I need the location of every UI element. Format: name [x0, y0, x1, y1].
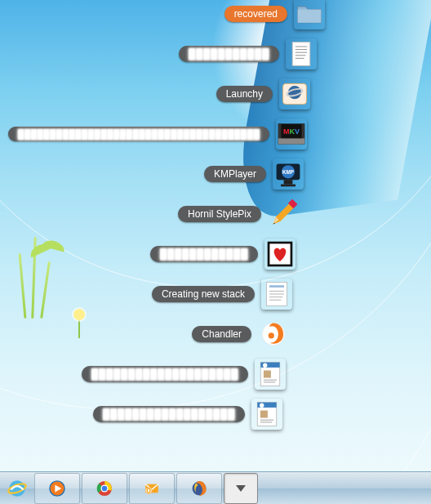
taskbar-wmp-button[interactable] [34, 473, 80, 504]
stack-item-label: recovered [224, 6, 287, 22]
stack-item[interactable]: ████████████████████ [82, 359, 286, 390]
stack-item-label: Chandler [192, 326, 251, 342]
decor-stem [78, 320, 80, 338]
stack-item-label: ████████████ [150, 246, 258, 262]
chrome-icon [94, 478, 115, 499]
stack-item[interactable]: ██████████████████████████████████████MK… [8, 118, 307, 149]
launchy-icon [279, 78, 310, 109]
svg-rect-1 [292, 42, 310, 66]
stack-item-label: Creating new stack [152, 286, 255, 302]
bluedoc-icon [251, 399, 282, 430]
svg-point-36 [263, 364, 267, 368]
chandler-icon [258, 319, 289, 350]
outlook-icon [141, 478, 162, 499]
stack-item-label: Hornil StylePix [178, 206, 261, 222]
mkv-icon: MKV [276, 118, 307, 149]
svg-text:MKV: MKV [283, 127, 300, 136]
docpage-icon [261, 279, 292, 310]
textfile-icon [286, 38, 317, 69]
bluedoc-icon [255, 359, 286, 390]
svg-rect-0 [298, 10, 322, 23]
media-player-icon [47, 478, 68, 499]
chevron-down-icon [236, 485, 246, 492]
svg-rect-19 [281, 185, 295, 187]
stack-item-label: ██████████████████████████████████████ [8, 127, 269, 141]
stack-item-label: ██████████████████ [93, 406, 245, 422]
stack-item[interactable]: Launchy [216, 78, 310, 109]
stack-item[interactable]: recovered [224, 0, 325, 29]
svg-rect-14 [278, 138, 304, 144]
svg-rect-43 [260, 411, 268, 418]
svg-text:KMP: KMP [282, 169, 294, 175]
svg-point-42 [260, 404, 264, 408]
taskbar [0, 471, 431, 504]
svg-point-8 [288, 86, 301, 99]
svg-point-33 [269, 332, 274, 338]
folder-icon [294, 0, 325, 29]
stack-item[interactable]: Creating new stack [152, 279, 292, 310]
redheart-icon [264, 239, 295, 270]
svg-rect-27 [269, 285, 284, 288]
taskbar-firefox-button[interactable] [176, 473, 222, 504]
taskbar-stack-button[interactable] [224, 473, 258, 504]
ie-icon [5, 476, 29, 501]
stack-item[interactable]: ███████████ [179, 38, 317, 69]
firefox-icon [189, 478, 210, 499]
stack-item-label: Launchy [216, 86, 273, 102]
stack-item[interactable]: Chandler [192, 319, 289, 350]
taskbar-chrome-button[interactable] [82, 473, 127, 504]
stack-item[interactable]: ████████████ [150, 239, 295, 270]
stack-item[interactable]: KMPlayerKMP [204, 158, 304, 190]
svg-point-53 [102, 485, 108, 491]
decor-flower [73, 309, 85, 320]
svg-rect-18 [284, 180, 293, 184]
stack-item-label: ███████████ [179, 46, 279, 62]
taskbar-ie-button[interactable] [2, 474, 33, 503]
stack-item-label: ████████████████████ [82, 366, 248, 382]
kmplayer-icon: KMP [273, 158, 304, 190]
pencil-icon [268, 198, 299, 230]
stack-item-label: KMPlayer [204, 166, 266, 182]
desktop: recovered███████████Launchy█████████████… [0, 0, 431, 504]
stack-item[interactable]: Hornil StylePix [178, 198, 299, 230]
taskbar-outlook-button[interactable] [129, 473, 175, 504]
svg-rect-37 [264, 371, 271, 378]
stack-item[interactable]: ██████████████████ [93, 399, 282, 430]
